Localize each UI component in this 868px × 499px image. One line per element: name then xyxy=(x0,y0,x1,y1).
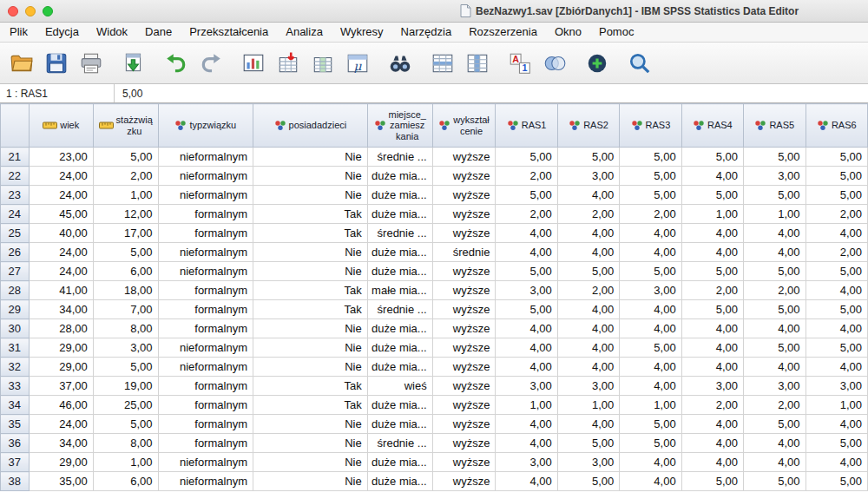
cell-36-RAS3[interactable]: 5,00 xyxy=(620,434,681,453)
cell-26-posiadadzieci[interactable]: Nie xyxy=(253,243,367,262)
cell-28-RAS5[interactable]: 2,00 xyxy=(744,281,806,300)
cell-37-stazzwiazku[interactable]: 1,00 xyxy=(93,453,158,472)
insert-variable-button[interactable] xyxy=(461,47,494,80)
cell-32-RAS6[interactable]: 4,00 xyxy=(806,358,867,377)
cell-23-typzwiazku[interactable]: nieformalnym xyxy=(158,186,253,205)
cell-34-RAS4[interactable]: 2,00 xyxy=(681,396,743,415)
cell-28-RAS6[interactable]: 4,00 xyxy=(806,281,867,300)
cell-29-typzwiazku[interactable]: formalnym xyxy=(158,300,253,319)
variables-info-button[interactable]: μ xyxy=(341,47,374,80)
open-data-button[interactable] xyxy=(5,47,38,80)
cell-28-typzwiazku[interactable]: formalnym xyxy=(158,281,253,300)
cell-30-RAS2[interactable]: 4,00 xyxy=(557,319,619,338)
cell-21-RAS3[interactable]: 5,00 xyxy=(620,148,681,167)
row-number-36[interactable]: 36 xyxy=(1,434,30,453)
cell-26-RAS3[interactable]: 4,00 xyxy=(620,243,681,262)
row-number-29[interactable]: 29 xyxy=(1,300,30,319)
cell-34-wyksztalcenie[interactable]: wyższe xyxy=(432,396,496,415)
cell-26-RAS6[interactable]: 2,00 xyxy=(806,243,867,262)
cell-27-stazzwiazku[interactable]: 6,00 xyxy=(93,262,158,281)
menu-przekszta-cenia[interactable]: Przekształcenia xyxy=(181,23,277,42)
close-button[interactable] xyxy=(8,6,18,16)
cell-23-wyksztalcenie[interactable]: wyższe xyxy=(432,186,496,205)
cell-28-RAS3[interactable]: 3,00 xyxy=(620,281,681,300)
cell-23-wiek[interactable]: 24,00 xyxy=(29,186,93,205)
cell-21-miejsce_zamieszkania[interactable]: średnie ... xyxy=(367,148,432,167)
row-number-23[interactable]: 23 xyxy=(1,186,30,205)
cell-27-RAS2[interactable]: 5,00 xyxy=(557,262,619,281)
cell-31-RAS4[interactable]: 4,00 xyxy=(681,338,743,358)
row-number-31[interactable]: 31 xyxy=(1,338,30,358)
cell-29-RAS5[interactable]: 5,00 xyxy=(744,300,806,319)
cell-21-posiadadzieci[interactable]: Nie xyxy=(253,148,367,167)
cell-31-wiek[interactable]: 29,00 xyxy=(29,338,93,358)
cell-30-miejsce_zamieszkania[interactable]: duże mia... xyxy=(367,319,432,338)
cell-32-RAS5[interactable]: 4,00 xyxy=(744,358,806,377)
cell-30-RAS3[interactable]: 4,00 xyxy=(620,319,681,338)
cell-37-wyksztalcenie[interactable]: wyższe xyxy=(432,453,496,472)
cell-37-posiadadzieci[interactable]: Nie xyxy=(253,453,367,472)
cell-34-miejsce_zamieszkania[interactable]: duże mia... xyxy=(367,396,432,415)
cell-29-RAS3[interactable]: 4,00 xyxy=(620,300,681,319)
menu-plik[interactable]: Plik xyxy=(1,23,36,42)
cell-34-posiadadzieci[interactable]: Tak xyxy=(253,396,367,415)
row-number-26[interactable]: 26 xyxy=(1,243,30,262)
cell-36-RAS1[interactable]: 4,00 xyxy=(496,434,557,453)
cell-37-RAS4[interactable]: 4,00 xyxy=(681,453,743,472)
cell-33-RAS3[interactable]: 4,00 xyxy=(620,377,681,396)
cell-35-typzwiazku[interactable]: formalnym xyxy=(158,415,253,434)
cell-33-wyksztalcenie[interactable]: wyższe xyxy=(432,377,496,396)
cell-29-miejsce_zamieszkania[interactable]: średnie ... xyxy=(367,300,432,319)
row-number-38[interactable]: 38 xyxy=(1,472,30,491)
menu-okno[interactable]: Okno xyxy=(546,23,590,42)
cell-35-RAS2[interactable]: 4,00 xyxy=(557,415,619,434)
cell-34-RAS6[interactable]: 1,00 xyxy=(806,396,867,415)
cell-value-input[interactable]: 5,00 xyxy=(115,84,868,102)
cell-37-wiek[interactable]: 29,00 xyxy=(29,453,93,472)
cell-23-RAS5[interactable]: 5,00 xyxy=(744,186,806,205)
cell-37-RAS6[interactable]: 4,00 xyxy=(806,453,867,472)
cell-36-stazzwiazku[interactable]: 8,00 xyxy=(93,434,158,453)
column-header-RAS6[interactable]: RAS6 xyxy=(806,104,867,148)
cell-32-RAS1[interactable]: 4,00 xyxy=(496,358,557,377)
cell-30-RAS6[interactable]: 4,00 xyxy=(806,319,867,338)
redo-button[interactable] xyxy=(194,47,227,80)
cell-28-stazzwiazku[interactable]: 18,00 xyxy=(93,281,158,300)
value-labels-button[interactable]: A1 xyxy=(503,47,536,80)
search-button[interactable] xyxy=(623,47,656,80)
column-header-stazzwiazku[interactable]: stażzwią zku xyxy=(93,104,158,148)
cell-21-wyksztalcenie[interactable]: wyższe xyxy=(432,148,496,167)
menu-pomoc[interactable]: Pomoc xyxy=(590,23,642,42)
cell-28-RAS4[interactable]: 2,00 xyxy=(681,281,743,300)
cell-30-wyksztalcenie[interactable]: wyższe xyxy=(432,319,496,338)
cell-31-wyksztalcenie[interactable]: wyższe xyxy=(432,338,496,358)
cell-25-RAS6[interactable]: 4,00 xyxy=(806,224,867,243)
column-header-RAS1[interactable]: RAS1 xyxy=(496,104,557,148)
use-variable-sets-button[interactable] xyxy=(538,47,571,80)
cell-29-RAS4[interactable]: 5,00 xyxy=(681,300,743,319)
cell-33-wiek[interactable]: 37,00 xyxy=(29,377,93,396)
menu-rozszerzenia[interactable]: Rozszerzenia xyxy=(460,23,546,42)
cell-33-RAS1[interactable]: 3,00 xyxy=(496,377,557,396)
row-number-25[interactable]: 25 xyxy=(1,224,30,243)
cell-35-wyksztalcenie[interactable]: wyższe xyxy=(432,415,496,434)
cell-36-posiadadzieci[interactable]: Nie xyxy=(253,434,367,453)
cell-26-miejsce_zamieszkania[interactable]: duże mia... xyxy=(367,243,432,262)
cell-31-miejsce_zamieszkania[interactable]: duże mia... xyxy=(367,338,432,358)
cell-22-stazzwiazku[interactable]: 2,00 xyxy=(93,167,158,186)
cell-37-RAS3[interactable]: 4,00 xyxy=(620,453,681,472)
minimize-button[interactable] xyxy=(25,6,36,16)
row-number-28[interactable]: 28 xyxy=(1,281,30,300)
cell-21-RAS1[interactable]: 5,00 xyxy=(496,148,557,167)
cell-25-posiadadzieci[interactable]: Tak xyxy=(253,224,367,243)
save-button[interactable] xyxy=(40,47,73,80)
cell-35-stazzwiazku[interactable]: 5,00 xyxy=(93,415,158,434)
cell-38-wiek[interactable]: 35,00 xyxy=(29,472,93,491)
cell-36-RAS2[interactable]: 5,00 xyxy=(557,434,619,453)
cell-35-wiek[interactable]: 24,00 xyxy=(29,415,93,434)
cell-24-RAS1[interactable]: 2,00 xyxy=(496,205,557,224)
row-number-22[interactable]: 22 xyxy=(1,167,30,186)
cell-22-wyksztalcenie[interactable]: wyższe xyxy=(432,167,496,186)
cell-35-posiadadzieci[interactable]: Nie xyxy=(253,415,367,434)
cell-30-stazzwiazku[interactable]: 8,00 xyxy=(93,319,158,338)
